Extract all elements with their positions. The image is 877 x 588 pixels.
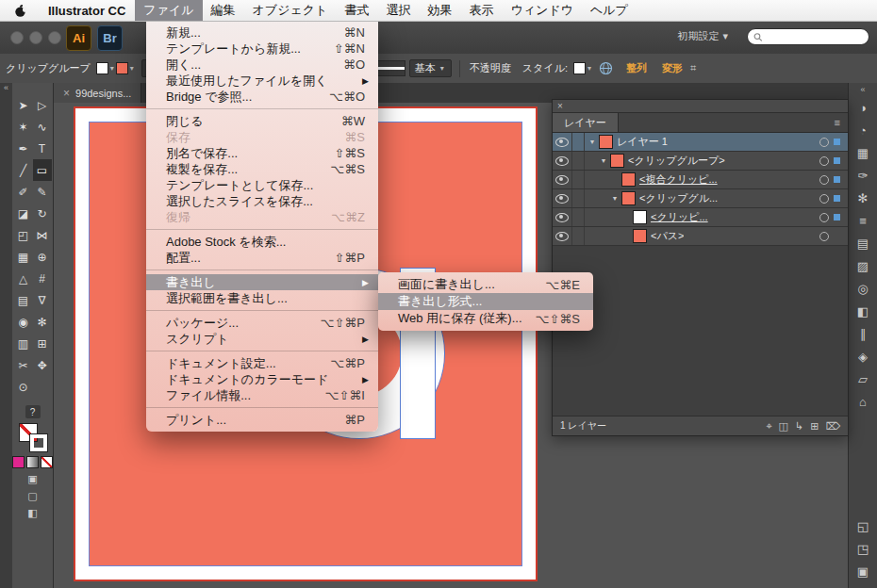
menubar-item-表示[interactable]: 表示 [460, 0, 502, 21]
layer-name[interactable]: <複合クリッピ... [639, 172, 718, 187]
pencil-tool[interactable]: ✎ [33, 181, 52, 203]
visibility-toggle[interactable] [553, 208, 572, 226]
layer-name[interactable]: レイヤー 1 [617, 135, 668, 149]
layer-row[interactable]: <クリッピ... [553, 208, 848, 227]
layer-name[interactable]: <クリップグループ> [628, 154, 725, 168]
menu-item[interactable]: Web 用に保存 (従来)... ⌥⇧⌘S [378, 310, 593, 327]
search-field[interactable] [747, 28, 869, 45]
menubar-item-効果[interactable]: 効果 [419, 0, 460, 21]
menubar-item-オブジェクト[interactable]: オブジェクト [244, 0, 337, 21]
color-guide-panel-icon[interactable]: ◔ [852, 119, 874, 141]
visibility-toggle[interactable] [553, 171, 572, 188]
menu-item[interactable]: 選択したスライスを保存... [146, 193, 378, 209]
selection-proxy-square[interactable] [834, 195, 840, 202]
align-panel-icon[interactable]: ∥ [852, 322, 874, 345]
draw-behind-button[interactable]: ▢ [27, 490, 37, 502]
visibility-toggle[interactable] [553, 227, 572, 245]
free-transform-tool[interactable]: ▦ [14, 246, 33, 268]
gradient-panel-icon[interactable]: ▤ [852, 232, 874, 254]
gradient-button[interactable] [26, 456, 39, 468]
color-panel-icon[interactable]: ◑ [852, 96, 874, 119]
tab-close-icon[interactable]: × [63, 87, 70, 100]
menu-item[interactable]: 別名で保存... ⇧⌘S [146, 145, 378, 161]
direct-selection-tool[interactable]: ▷ [33, 94, 52, 116]
menu-item[interactable]: Adobe Stock を検索... [146, 234, 378, 250]
new-layer-icon[interactable]: ⊞ [810, 420, 819, 433]
menubar-app-name[interactable]: Illustrator CC [39, 0, 135, 21]
line-segment-tool[interactable]: ╱ [14, 159, 33, 181]
menubar-item-ヘルプ[interactable]: ヘルプ [582, 0, 637, 21]
screen-mode-button[interactable]: ◧ [27, 507, 37, 519]
rotate-tool[interactable]: ↻ [33, 203, 52, 224]
panel-menu-icon[interactable]: ≡ [827, 113, 848, 132]
target-circle-icon[interactable] [819, 213, 829, 222]
stroke-swatch[interactable] [30, 434, 47, 451]
lock-toggle[interactable] [572, 152, 585, 170]
appearance-panel-icon[interactable]: ◎ [852, 277, 874, 300]
make-clip-mask-icon[interactable]: ◫ [779, 420, 788, 433]
close-button[interactable] [10, 31, 24, 44]
tab-layers[interactable]: レイヤー [553, 113, 619, 132]
new-sublayer-icon[interactable]: ↳ [795, 420, 803, 433]
selection-proxy-square[interactable] [834, 214, 840, 220]
paintbrush-tool[interactable]: ✐ [14, 181, 33, 203]
target-circle-icon[interactable] [819, 194, 829, 204]
mesh-tool[interactable]: # [33, 268, 52, 289]
fill-stroke-indicator[interactable] [19, 423, 47, 451]
apple-menu[interactable] [0, 0, 39, 21]
type-tool[interactable]: T [33, 138, 52, 159]
slice-tool[interactable]: ✂ [14, 354, 33, 376]
panel-close-icon[interactable]: × [557, 101, 563, 111]
target-circle-icon[interactable] [819, 138, 829, 147]
menu-item[interactable]: ドキュメントのカラーモード ▶ [146, 371, 378, 387]
toolbar-collapse-rail[interactable]: « [0, 83, 13, 588]
selection-proxy-square[interactable] [834, 176, 840, 183]
export-panel-icon[interactable]: ◱ [852, 514, 874, 537]
menu-item[interactable]: 書き出し ▶ [146, 274, 378, 290]
column-graph-tool[interactable]: ▥ [14, 333, 33, 354]
menubar-item-書式[interactable]: 書式 [336, 0, 377, 21]
document-tab[interactable]: × 99designs... [54, 83, 141, 103]
layer-row[interactable]: ▼ <クリップグル... [553, 189, 848, 208]
search-input[interactable] [763, 30, 863, 43]
shape-builder-tool[interactable]: ⊕ [33, 246, 52, 268]
lock-toggle[interactable] [572, 171, 585, 188]
menu-item[interactable]: 閉じる ⌘W [146, 113, 378, 129]
brush-definition-dropdown[interactable]: 基本 ▾ [409, 59, 452, 77]
magic-wand-tool[interactable]: ✶ [14, 116, 33, 138]
menubar-item-編集[interactable]: 編集 [203, 0, 244, 21]
target-circle-icon[interactable] [819, 232, 829, 241]
layer-row[interactable]: <複合クリッピ... [553, 171, 848, 189]
transparency-panel-icon[interactable]: ▨ [852, 254, 874, 277]
menu-item[interactable]: 復帰 ⌥⌘Z [146, 209, 378, 225]
menu-item[interactable]: ドキュメント設定... ⌥⌘P [146, 355, 378, 371]
eraser-tool[interactable]: ◪ [14, 203, 33, 224]
disclosure-triangle-icon[interactable]: ▼ [609, 195, 621, 202]
layer-row[interactable]: <パス> [553, 227, 848, 246]
brushes-panel-icon[interactable]: ✑ [852, 164, 874, 187]
draw-normal-button[interactable]: ▣ [27, 473, 37, 485]
zoom-tool[interactable]: ⊙ [14, 376, 33, 398]
disclosure-triangle-icon[interactable]: ▼ [587, 139, 598, 145]
asset-export-panel-icon[interactable]: ▣ [852, 560, 874, 582]
menu-item[interactable]: テンプレートとして保存... [146, 177, 378, 193]
none-button[interactable] [41, 456, 53, 468]
color-button[interactable] [12, 456, 25, 468]
menu-item[interactable]: パッケージ... ⌥⇧⌘P [146, 315, 378, 331]
selection-proxy-square[interactable] [834, 139, 840, 145]
libraries-panel-icon[interactable]: ⌂ [852, 390, 874, 413]
disclosure-triangle-icon[interactable]: ▼ [598, 157, 609, 164]
selection-tool[interactable]: ➤ [14, 94, 33, 116]
layer-name[interactable]: <クリッピ... [651, 210, 708, 224]
symbol-sprayer-tool[interactable]: ✻ [33, 311, 52, 333]
menu-item[interactable]: 保存 ⌘S [146, 129, 378, 145]
perspective-grid-tool[interactable]: △ [14, 268, 33, 289]
layer-row[interactable]: ▼ レイヤー 1 [553, 133, 848, 152]
lock-toggle[interactable] [572, 208, 585, 226]
rectangle-tool[interactable]: ▭ [33, 159, 52, 181]
help-button[interactable]: ? [25, 405, 41, 418]
menu-item[interactable]: 最近使用したファイルを開く ▶ [146, 73, 378, 89]
dock-collapse-icon[interactable]: « [860, 83, 865, 96]
menu-item[interactable]: 配置... ⇧⌘P [146, 250, 378, 266]
menu-item[interactable]: 複製を保存... ⌥⌘S [146, 161, 378, 177]
